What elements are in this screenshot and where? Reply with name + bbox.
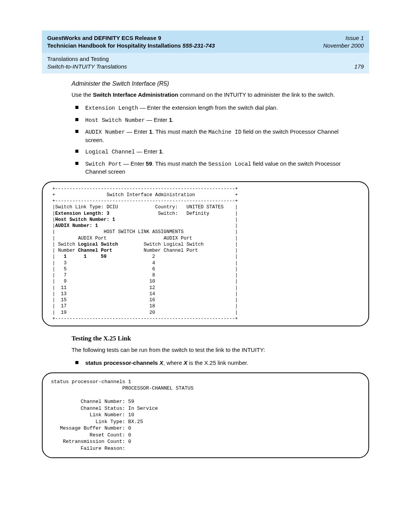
page-header: GuestWorks and DEFINITY ECS Release 9 Is… <box>42 30 369 53</box>
terminal-screen-switch-admin: +---------------------------------------… <box>42 181 369 327</box>
text-fragment: — Enter <box>125 128 149 135</box>
page-number: 179 <box>354 63 364 70</box>
text-fragment: — Enter the extension length from the sw… <box>138 104 278 111</box>
command-name: Switch Interface Administration <box>93 91 178 98</box>
doc-issue: Issue 1 <box>346 34 364 42</box>
command-name: status processor-channels X <box>85 359 163 366</box>
text-fragment: — Enter <box>122 160 146 167</box>
field-code: Machine ID <box>208 129 241 135</box>
page-subheader: Translations and Testing Switch-to-INTUI… <box>42 53 369 74</box>
doc-title-1: GuestWorks and DEFINITY ECS Release 9 <box>47 34 161 42</box>
list-item: Switch Port — Enter 59. This must match … <box>85 160 346 176</box>
field-code: Switch Port <box>85 161 122 167</box>
list-item: Extension Length — Enter the extension l… <box>85 104 346 112</box>
list-item: AUDIX Number — Enter 1. This must match … <box>85 128 346 144</box>
text-fragment: status processor-channels <box>85 359 159 366</box>
terminal-screen-status: status processor-channels 1 PROCESSOR-CH… <box>42 372 369 458</box>
list-item: status processor-channels X, where X is … <box>85 359 346 367</box>
doc-date: November 2000 <box>323 42 364 50</box>
section-name: Switch-to-INTUITY Translations <box>47 63 127 70</box>
text-fragment: — Enter <box>135 148 159 155</box>
field-list: Extension Length — Enter the extension l… <box>72 104 346 176</box>
page-content: Administer the Switch Interface (R5) Use… <box>42 80 369 458</box>
intro-paragraph: Use the Switch Interface Administration … <box>72 91 346 99</box>
text-fragment: — Enter <box>145 117 169 123</box>
text-fragment: . This must match the <box>152 128 208 135</box>
test-intro: The following tests can be run from the … <box>72 346 346 354</box>
field-code: Extension Length <box>85 105 138 111</box>
list-item: Logical Channel — Enter 1. <box>85 148 346 156</box>
doc-number: 555-231-743 <box>183 42 215 49</box>
field-code: Host Switch Number <box>85 117 145 123</box>
test-list: status processor-channels X, where X is … <box>72 359 346 367</box>
text-fragment: is the X.25 link number. <box>187 359 248 366</box>
list-item: Host Switch Number — Enter 1. <box>85 116 346 125</box>
field-code: AUDIX Number <box>85 129 125 135</box>
value: 1 <box>159 148 162 155</box>
document-page: GuestWorks and DEFINITY ECS Release 9 Is… <box>0 0 411 505</box>
field-code: Session Local <box>208 161 251 167</box>
field-code: Logical Channel <box>85 149 135 155</box>
text-fragment: . This must match the <box>152 160 208 167</box>
text-fragment: . <box>162 148 164 155</box>
subsection-heading: Testing the X.25 Link <box>72 335 346 342</box>
variable: X <box>159 359 163 366</box>
value: 59 <box>146 160 152 167</box>
text-fragment: Use the <box>72 91 93 98</box>
text-fragment: , where <box>163 359 183 366</box>
doc-title-2: Technician Handbook for Hospitality Inst… <box>47 42 215 50</box>
text-fragment: . <box>172 117 174 123</box>
chapter-name: Translations and Testing <box>47 55 109 63</box>
doc-subtitle: Technician Handbook for Hospitality Inst… <box>47 42 183 49</box>
text-fragment: command on the INTUITY to administer the… <box>178 91 335 98</box>
value: 1 <box>149 128 152 135</box>
variable: X <box>183 359 187 366</box>
section-heading: Administer the Switch Interface (R5) <box>72 80 346 87</box>
